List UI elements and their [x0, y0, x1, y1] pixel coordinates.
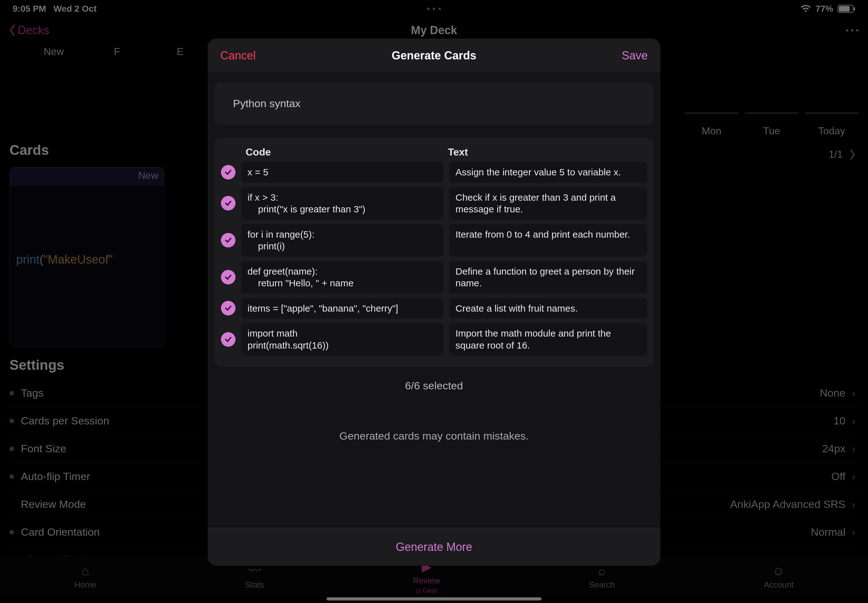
cancel-button[interactable]: Cancel — [220, 49, 256, 62]
table-row: for i in range(5): print(i)Iterate from … — [221, 224, 647, 257]
code-cell[interactable]: def greet(name): return "Hello, " + name — [241, 261, 444, 294]
code-cell[interactable]: for i in range(5): print(i) — [241, 224, 444, 257]
table-row: def greet(name): return "Hello, " + name… — [221, 261, 647, 294]
code-cell[interactable]: if x > 3: print("x is greater than 3") — [241, 187, 444, 220]
generated-cards-table: Code Text x = 5Assign the integer value … — [215, 138, 653, 367]
text-cell[interactable]: Check if x is greater than 3 and print a… — [449, 187, 647, 220]
save-button[interactable]: Save — [622, 49, 648, 62]
table-row: import math print(math.sqrt(16))Import t… — [221, 323, 647, 356]
column-header-code: Code — [246, 146, 448, 158]
table-row: items = ["apple", "banana", "cherry"]Cre… — [221, 298, 647, 319]
text-cell[interactable]: Assign the integer value 5 to variable x… — [449, 162, 647, 182]
modal-title: Generate Cards — [391, 49, 477, 62]
row-checkbox[interactable] — [221, 165, 235, 179]
row-checkbox[interactable] — [221, 233, 235, 247]
table-row: x = 5Assign the integer value 5 to varia… — [221, 162, 647, 182]
text-cell[interactable]: Import the math module and print the squ… — [449, 323, 647, 356]
row-checkbox[interactable] — [221, 270, 235, 284]
modal-header: Cancel Generate Cards Save — [208, 39, 660, 73]
row-checkbox[interactable] — [221, 301, 235, 315]
generate-cards-modal: Cancel Generate Cards Save Python syntax… — [208, 39, 660, 566]
code-cell[interactable]: x = 5 — [241, 162, 444, 182]
text-cell[interactable]: Create a list with fruit names. — [449, 298, 647, 319]
disclaimer-text: Generated cards may contain mistakes. — [215, 411, 653, 451]
text-cell[interactable]: Define a function to greet a person by t… — [449, 261, 647, 294]
row-checkbox[interactable] — [221, 332, 235, 347]
generate-more-button[interactable]: Generate More — [208, 528, 660, 566]
column-header-text: Text — [448, 146, 647, 158]
selected-count: 6/6 selected — [215, 367, 653, 411]
code-cell[interactable]: import math print(math.sqrt(16)) — [241, 323, 444, 356]
code-cell[interactable]: items = ["apple", "banana", "cherry"] — [241, 298, 444, 319]
text-cell[interactable]: Iterate from 0 to 4 and print each numbe… — [449, 224, 647, 257]
table-row: if x > 3: print("x is greater than 3")Ch… — [221, 187, 647, 220]
topic-input[interactable]: Python syntax — [215, 82, 653, 125]
row-checkbox[interactable] — [221, 196, 235, 210]
